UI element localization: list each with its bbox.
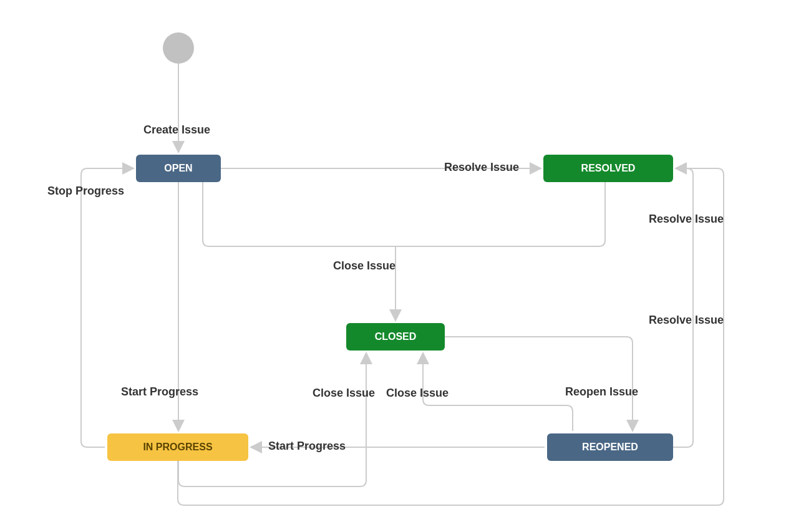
state-reopened: REOPENED — [547, 433, 673, 461]
state-closed-label: CLOSED — [375, 331, 417, 342]
edge-stop-progress — [81, 168, 133, 447]
edge-reopen-issue — [445, 337, 633, 431]
label-resolve-issue-reopened: Resolve Issue — [649, 213, 724, 226]
label-create-issue: Create Issue — [143, 123, 210, 137]
label-resolve-issue-in-progress: Resolve Issue — [649, 314, 724, 327]
workflow-diagram: OPEN RESOLVED CLOSED IN PROGRESS REOPENE… — [0, 0, 791, 532]
edge-close-issue-top-bar — [203, 182, 605, 246]
label-reopen-issue: Reopen Issue — [565, 385, 638, 399]
label-start-progress-reopened: Start Progress — [268, 440, 346, 453]
state-reopened-label: REOPENED — [582, 442, 638, 453]
label-close-issue-reopened: Close Issue — [386, 387, 449, 400]
state-open: OPEN — [136, 155, 221, 182]
state-resolved-label: RESOLVED — [581, 163, 636, 174]
state-closed: CLOSED — [346, 323, 445, 351]
label-close-issue-top: Close Issue — [333, 259, 396, 273]
state-open-label: OPEN — [164, 163, 192, 174]
label-start-progress-open: Start Progress — [121, 385, 198, 399]
edge-resolve-issue-reopened — [673, 168, 693, 447]
label-resolve-issue-open: Resolve Issue — [444, 161, 519, 174]
label-stop-progress: Stop Progress — [47, 185, 124, 198]
start-node-icon — [163, 32, 194, 64]
state-in-progress-label: IN PROGRESS — [143, 442, 212, 453]
edge-close-issue-in-progress — [178, 353, 366, 486]
state-in-progress: IN PROGRESS — [107, 433, 248, 461]
label-close-issue-in-progress: Close Issue — [313, 387, 375, 400]
state-resolved: RESOLVED — [543, 155, 673, 182]
